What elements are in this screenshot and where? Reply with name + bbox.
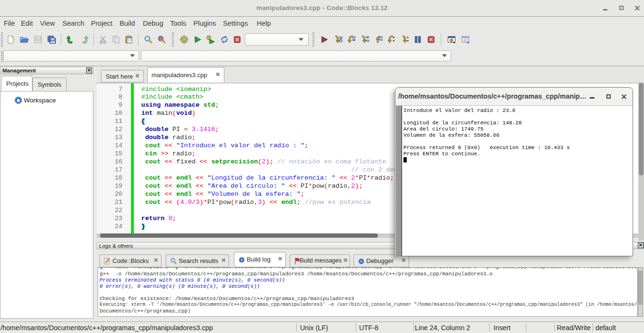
svg-text:R: R — [159, 36, 163, 41]
